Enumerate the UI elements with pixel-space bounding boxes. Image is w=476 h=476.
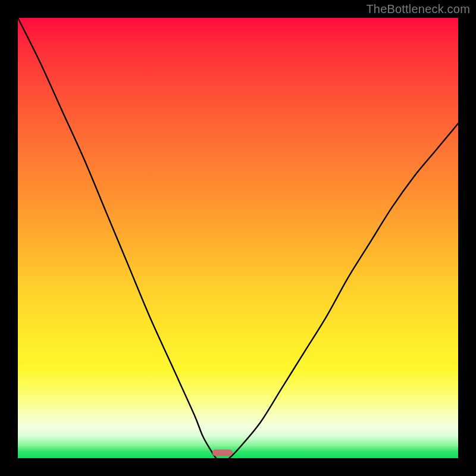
bottleneck-curve [18, 18, 458, 458]
watermark-text: TheBottleneck.com [366, 2, 470, 16]
chart-frame: TheBottleneck.com [0, 0, 476, 476]
curve-left-branch [18, 18, 216, 458]
optimum-marker [212, 450, 233, 456]
plot-area [18, 18, 458, 458]
curve-right-branch [229, 124, 458, 458]
